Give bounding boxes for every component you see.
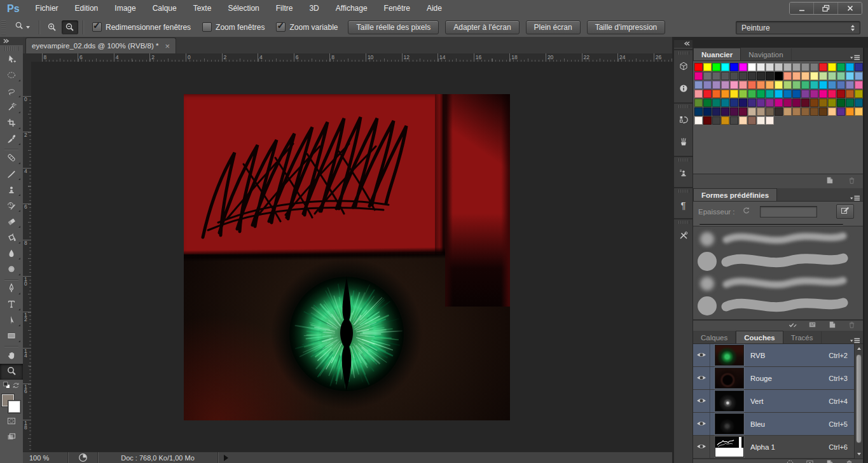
delete-swatch-button[interactable]	[847, 176, 857, 188]
swatch[interactable]	[694, 72, 703, 80]
tool-eyedropper[interactable]	[0, 132, 23, 148]
swatch[interactable]	[837, 107, 845, 116]
channel-row-vert[interactable]: VertCtrl+4	[693, 390, 863, 413]
tab-calques[interactable]: Calques	[693, 331, 736, 343]
swatch[interactable]	[828, 81, 836, 89]
menu-affichage[interactable]: Affichage	[327, 0, 376, 17]
swatch[interactable]	[721, 116, 729, 125]
swatch[interactable]	[721, 90, 729, 98]
minimize-button[interactable]	[790, 3, 813, 14]
swatch[interactable]	[703, 81, 712, 89]
open-preset-manager-button[interactable]	[788, 320, 797, 332]
swatch[interactable]	[837, 90, 845, 98]
tool-zoom[interactable]	[0, 364, 23, 380]
swatch[interactable]	[757, 116, 765, 125]
tool-pen[interactable]	[0, 281, 23, 297]
swatch[interactable]	[712, 90, 720, 98]
save-selection-button[interactable]	[805, 459, 815, 463]
swatch[interactable]	[748, 72, 756, 80]
tool-elliptical-marquee[interactable]	[0, 68, 23, 84]
swatch[interactable]	[828, 90, 836, 98]
menu-edition[interactable]: Edition	[67, 0, 107, 17]
document-image[interactable]	[184, 94, 510, 420]
swatch[interactable]	[783, 72, 792, 80]
tool-history-brush[interactable]	[0, 198, 23, 214]
swatch[interactable]	[828, 99, 836, 107]
swatch[interactable]	[721, 63, 729, 71]
swatch[interactable]	[819, 81, 827, 89]
swatch[interactable]	[775, 72, 783, 80]
swatch[interactable]	[846, 99, 854, 107]
dock-history-button[interactable]	[674, 109, 692, 132]
background-color[interactable]	[8, 401, 20, 413]
swatch[interactable]	[694, 63, 703, 71]
swatch[interactable]	[783, 90, 792, 98]
dock-grip[interactable]	[677, 105, 689, 108]
thickness-input[interactable]	[760, 206, 817, 218]
status-icon-button[interactable]	[68, 452, 98, 463]
swatch[interactable]	[855, 63, 863, 71]
zoom-out-button[interactable]	[62, 20, 78, 34]
swatch[interactable]	[757, 72, 765, 80]
tool-healing-brush[interactable]	[0, 151, 23, 167]
tab-nuancier[interactable]: Nuancier	[693, 48, 741, 60]
swatch[interactable]	[757, 90, 765, 98]
swatch[interactable]	[846, 81, 854, 89]
swatch[interactable]	[855, 72, 863, 80]
visibility-toggle[interactable]	[693, 344, 710, 366]
swatch[interactable]	[855, 107, 863, 116]
swatch[interactable]	[703, 116, 712, 125]
tab-couches[interactable]: Couches	[736, 331, 783, 343]
panel-menu-icon[interactable]	[850, 52, 860, 63]
swatch[interactable]	[703, 90, 712, 98]
tool-dodge[interactable]	[0, 262, 23, 278]
new-brush-button[interactable]	[827, 320, 837, 332]
swatch[interactable]	[694, 107, 703, 116]
dock-tool-presets-button[interactable]	[674, 225, 692, 247]
swatch[interactable]	[766, 90, 774, 98]
swatch[interactable]	[792, 107, 801, 116]
tab-traces[interactable]: Tracés	[783, 331, 822, 343]
swatch[interactable]	[792, 72, 801, 80]
tool-clone-stamp[interactable]	[0, 183, 23, 198]
swatch[interactable]	[837, 99, 845, 107]
swatch[interactable]	[721, 99, 729, 107]
swatch[interactable]	[730, 99, 738, 107]
menu-selection[interactable]: Sélection	[219, 0, 267, 17]
swatch[interactable]	[801, 63, 809, 71]
screen-mode-button[interactable]	[0, 430, 23, 446]
swatch[interactable]	[775, 99, 783, 107]
toolbar-grip[interactable]	[4, 46, 18, 51]
zoom-level-field[interactable]: 100 %	[23, 452, 68, 463]
swatch[interactable]	[694, 90, 703, 98]
swatch[interactable]	[810, 107, 818, 116]
zoom-in-button[interactable]	[44, 20, 60, 34]
workspace-select[interactable]: Peinture	[736, 21, 860, 34]
menu-image[interactable]: Image	[106, 0, 144, 17]
swatch[interactable]	[721, 81, 729, 89]
dock-edge-strip[interactable]	[864, 48, 868, 463]
thickness-slider[interactable]	[699, 224, 843, 225]
tab-navigation[interactable]: Navigation	[741, 48, 791, 60]
swatch[interactable]	[846, 107, 854, 116]
swatch[interactable]	[730, 107, 738, 116]
checkbox-zoom-fenetres[interactable]: Zoom fenêtres	[202, 22, 265, 32]
swatch[interactable]	[801, 107, 809, 116]
delete-channel-button[interactable]	[844, 459, 854, 463]
swatch[interactable]	[819, 99, 827, 107]
tool-paint-bucket[interactable]	[0, 230, 23, 246]
tool-type[interactable]	[0, 297, 23, 313]
tool-lasso[interactable]	[0, 84, 23, 100]
tool-move[interactable]	[0, 52, 23, 68]
menu-filtre[interactable]: Filtre	[268, 0, 301, 17]
swatch[interactable]	[748, 107, 756, 116]
swatch[interactable]	[721, 72, 729, 80]
brush-preset[interactable]	[693, 250, 863, 272]
close-icon[interactable]: ×	[165, 42, 170, 50]
button-taille-d-impression[interactable]: Taille d'impression	[587, 20, 666, 34]
swatch[interactable]	[712, 81, 720, 89]
swatch[interactable]	[694, 99, 703, 107]
swatch[interactable]	[837, 81, 845, 89]
reset-icon[interactable]	[741, 206, 751, 218]
channel-thumbnail[interactable]	[715, 390, 744, 411]
